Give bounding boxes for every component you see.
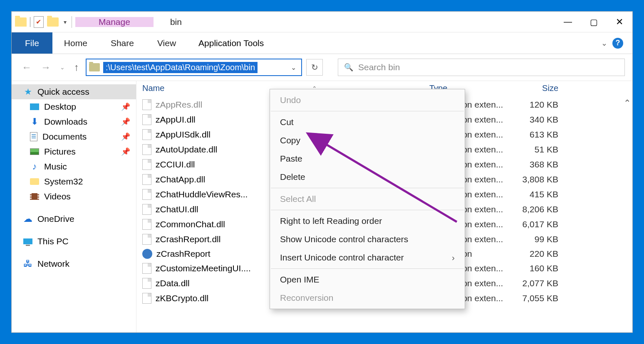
sidebar-item-label: System32	[44, 177, 83, 187]
collapse-ribbon-icon[interactable]: ⌄	[601, 39, 607, 48]
sidebar-item-quick-access[interactable]: ★ Quick access	[12, 84, 136, 99]
minimize-button[interactable]: —	[555, 12, 581, 32]
music-icon: ♪	[30, 162, 39, 171]
download-icon: ⬇	[30, 117, 39, 126]
folder-icon	[30, 178, 39, 185]
sidebar-item-label: Music	[44, 162, 67, 172]
forward-button[interactable]: →	[38, 61, 53, 73]
qat-dropdown-icon[interactable]: ▾	[62, 19, 68, 25]
refresh-button[interactable]: ↻	[306, 59, 323, 76]
quick-access-toolbar: ▾	[12, 12, 75, 32]
dll-icon	[142, 144, 151, 155]
maximize-button[interactable]: ▢	[581, 12, 607, 32]
close-button[interactable]: ✕	[607, 12, 632, 32]
sidebar-item-label: Quick access	[37, 87, 89, 97]
pin-icon: 📌	[121, 117, 130, 126]
desktop-icon	[30, 103, 39, 110]
ctx-cut[interactable]: Cut	[270, 113, 465, 131]
dll-icon	[142, 278, 151, 289]
sidebar-item-label: Network	[37, 259, 69, 269]
ctx-open-ime[interactable]: Open IME	[270, 270, 465, 289]
ctx-copy[interactable]: Copy	[270, 131, 465, 150]
sidebar-item-label: OneDrive	[37, 214, 74, 224]
separator	[30, 17, 30, 27]
properties-icon[interactable]	[34, 16, 44, 28]
pin-icon: 📌	[121, 147, 130, 156]
separator	[271, 268, 464, 269]
sidebar-item-system32[interactable]: System32	[12, 174, 136, 189]
separator	[271, 210, 464, 210]
window-controls: — ▢ ✕	[555, 12, 632, 32]
sidebar-item-label: Desktop	[44, 102, 76, 112]
dll-icon	[142, 129, 151, 140]
ctx-show-unicode[interactable]: Show Unicode control characters	[270, 230, 465, 248]
separator	[72, 16, 72, 28]
titlebar: ▾ Manage bin — ▢ ✕	[12, 12, 632, 32]
ctx-reconversion[interactable]: Reconversion	[270, 289, 465, 307]
dll-icon	[142, 293, 151, 304]
titlebar-center: Manage bin	[75, 12, 555, 32]
ctx-rtl[interactable]: Right to left Reading order	[270, 212, 465, 230]
sidebar-item-music[interactable]: ♪ Music	[12, 159, 136, 174]
videos-icon	[30, 193, 39, 200]
address-bar-row: ← → ⌄ ↑ :\Users\test\AppData\Roaming\Zoo…	[12, 54, 632, 81]
home-tab[interactable]: Home	[52, 32, 99, 54]
search-box[interactable]: 🔍 Search bin	[338, 59, 625, 76]
dll-icon	[142, 174, 151, 185]
ctx-select-all[interactable]: Select All	[270, 190, 465, 208]
sidebar-item-label: Videos	[44, 192, 71, 201]
dll-icon	[142, 159, 151, 170]
context-menu: Undo Cut Copy Paste Delete Select All Ri…	[270, 89, 465, 309]
up-button[interactable]: ↑	[72, 61, 82, 73]
share-tab[interactable]: Share	[99, 32, 146, 54]
pc-icon	[23, 238, 32, 244]
sidebar-item-onedrive[interactable]: ☁ OneDrive	[12, 211, 136, 226]
address-path[interactable]: :\Users\test\AppData\Roaming\Zoom\bin	[103, 62, 258, 73]
pictures-icon	[30, 148, 39, 155]
sidebar-item-pictures[interactable]: Pictures 📌	[12, 144, 136, 159]
address-dropdown-icon[interactable]: ⌄	[288, 64, 299, 71]
dll-icon	[142, 99, 151, 110]
sidebar-item-desktop[interactable]: Desktop 📌	[12, 99, 136, 114]
ctx-delete[interactable]: Delete	[270, 168, 465, 186]
column-size[interactable]: Size	[517, 84, 567, 93]
exe-icon	[142, 249, 152, 259]
ribbon-tabs: File Home Share View Application Tools ⌄…	[12, 32, 632, 54]
dll-icon	[142, 189, 151, 200]
file-tab[interactable]: File	[12, 32, 52, 54]
dll-icon	[142, 114, 151, 125]
navigation-pane: ★ Quick access Desktop 📌 ⬇ Downloads 📌 D…	[12, 81, 136, 332]
help-icon[interactable]: ?	[612, 38, 623, 49]
manage-contextual-tab[interactable]: Manage	[75, 17, 154, 27]
search-placeholder: Search bin	[358, 62, 400, 72]
ctx-insert-unicode[interactable]: Insert Unicode control character ›	[270, 248, 465, 267]
dll-icon	[142, 219, 151, 230]
pin-icon: 📌	[121, 102, 130, 111]
sidebar-item-videos[interactable]: Videos	[12, 189, 136, 204]
sidebar-item-label: This PC	[37, 236, 69, 246]
dll-icon	[142, 234, 151, 245]
back-button[interactable]: ←	[19, 61, 34, 73]
sidebar-item-network[interactable]: 🖧 Network	[12, 256, 136, 271]
scrollbar-up-icon[interactable]: ⌃	[623, 99, 632, 107]
new-folder-icon[interactable]	[47, 17, 59, 27]
sidebar-item-documents[interactable]: Documents 📌	[12, 129, 136, 144]
pin-icon: 📌	[121, 132, 130, 141]
network-icon: 🖧	[23, 259, 32, 268]
dll-icon	[142, 204, 151, 215]
history-dropdown-icon[interactable]: ⌄	[57, 64, 67, 71]
address-bar[interactable]: :\Users\test\AppData\Roaming\Zoom\bin ⌄	[86, 59, 302, 76]
submenu-arrow-icon: ›	[452, 253, 455, 263]
view-tab[interactable]: View	[146, 32, 188, 54]
application-tools-tab[interactable]: Application Tools	[188, 32, 275, 54]
explorer-window: ▾ Manage bin — ▢ ✕ File Home Share View …	[12, 12, 632, 332]
ctx-paste[interactable]: Paste	[270, 150, 465, 168]
folder-icon	[89, 63, 100, 71]
search-icon: 🔍	[344, 63, 353, 72]
ctx-undo[interactable]: Undo	[270, 91, 465, 109]
window-title: bin	[154, 17, 182, 27]
sidebar-item-this-pc[interactable]: This PC	[12, 234, 136, 249]
separator	[271, 188, 464, 188]
sidebar-item-downloads[interactable]: ⬇ Downloads 📌	[12, 114, 136, 129]
cloud-icon: ☁	[23, 214, 32, 224]
